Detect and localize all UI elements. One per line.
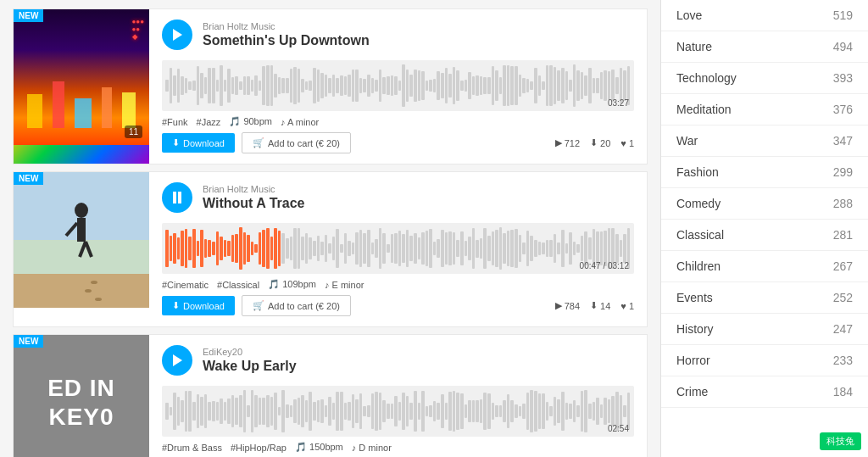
badge-new: NEW	[14, 172, 43, 185]
play-button[interactable]	[162, 20, 192, 50]
track-title: Wake Up Early	[203, 359, 634, 374]
sidebar-item-war[interactable]: War347	[661, 125, 868, 157]
track-meta: Brian Holtz Music Somethin's Up Downtown	[203, 21, 634, 48]
sidebar-item-love[interactable]: Love519	[661, 0, 868, 31]
play-count: ▶ 712	[555, 137, 580, 148]
track-card: NEW	[13, 171, 648, 327]
bottom-row: ⬇ Download 🛒 Add to cart (€ 20) ▶ 712 ⬇ …	[162, 132, 634, 153]
main-content: NEW ●●●●●◆ 11	[0, 0, 660, 457]
track-artist: EdiKey20	[203, 347, 634, 357]
track-tags: #Funk #Jazz 🎵 90bpm ♪ A minor	[162, 116, 634, 127]
waveform-bars	[162, 223, 634, 274]
sidebar-item-technology[interactable]: Technology393	[661, 63, 868, 94]
sidebar-item-fashion[interactable]: Fashion299	[661, 157, 868, 188]
waveform-bars	[162, 386, 634, 437]
download-count: ⬇ 14	[590, 300, 610, 311]
tag-key: ♪ D minor	[352, 443, 392, 453]
like-count: ♥ 1	[620, 301, 634, 311]
track-header: Brian Holtz Music Without A Trace	[162, 182, 634, 213]
track-meta: Brian Holtz Music Without A Trace	[203, 184, 634, 211]
time-label: 00:47 / 03:12	[580, 261, 629, 270]
download-count: ⬇ 20	[590, 137, 610, 148]
svg-rect-12	[173, 192, 176, 203]
tag-funk[interactable]: #Funk	[162, 117, 188, 127]
track-meta: EdiKey20 Wake Up Early	[203, 347, 634, 374]
track-card: NEW ED INKEY0 ● PREMIUM EdiKey20 Wake Up…	[13, 334, 648, 457]
play-button[interactable]	[162, 345, 192, 376]
svg-point-10	[85, 289, 92, 293]
track-stats: ▶ 712 ⬇ 20 ♥ 1	[555, 137, 634, 148]
tag-bpm: 🎵 90bpm	[229, 116, 272, 127]
add-to-cart-button[interactable]: 🛒 Add to cart (€ 20)	[242, 132, 351, 153]
track-info: Brian Holtz Music Somethin's Up Downtown…	[149, 9, 647, 164]
time-label: 03:27	[608, 98, 629, 108]
tag-key: ♪ A minor	[281, 117, 319, 127]
album-art-text: ED INKEY0	[47, 374, 115, 431]
waveform[interactable]: 03:27	[162, 60, 634, 111]
thumb-number: 11	[125, 125, 142, 138]
track-header: Brian Holtz Music Somethin's Up Downtown	[162, 20, 634, 50]
bottom-row: ⬇ Download 🛒 Add to cart (€ 20) ▶ 784 ⬇ …	[162, 295, 634, 316]
sidebar-item-classical[interactable]: Classical281	[661, 220, 868, 251]
tag-bpm: 🎵 109bpm	[268, 279, 316, 290]
sidebar-item-meditation[interactable]: Meditation376	[661, 94, 868, 125]
track-artist: Brian Holtz Music	[203, 21, 634, 31]
pause-button[interactable]	[162, 182, 192, 213]
tag-hiphop[interactable]: #HipHop/Rap	[231, 443, 287, 453]
tag-cinematic[interactable]: #Cinematic	[162, 280, 209, 290]
svg-rect-3	[14, 274, 149, 308]
track-title: Somethin's Up Downtown	[203, 33, 634, 48]
badge-new: NEW	[14, 335, 43, 348]
track-thumbnail: NEW ED INKEY0 ● PREMIUM	[14, 335, 149, 457]
beach-scene	[14, 172, 149, 308]
svg-point-9	[91, 281, 97, 284]
svg-marker-14	[173, 354, 182, 366]
track-artist: Brian Holtz Music	[203, 184, 634, 194]
track-card: NEW ●●●●●◆ 11	[13, 8, 648, 164]
waveform-bars	[162, 60, 634, 111]
track-actions: ⬇ Download 🛒 Add to cart (€ 20)	[162, 295, 351, 316]
tag-jazz[interactable]: #Jazz	[197, 117, 221, 127]
svg-rect-13	[178, 192, 181, 203]
track-thumbnail: NEW ●●●●●◆ 11	[14, 9, 149, 164]
sidebar-item-horror[interactable]: Horror233	[661, 345, 868, 376]
sidebar-item-history[interactable]: History247	[661, 314, 868, 345]
waveform[interactable]: 02:54	[162, 386, 634, 437]
tag-drum[interactable]: #Drum & Bass	[162, 443, 222, 453]
track-info: Brian Holtz Music Without A Trace 00:47 …	[149, 172, 647, 326]
svg-rect-5	[77, 218, 86, 242]
like-count: ♥ 1	[620, 138, 634, 148]
time-label: 02:54	[608, 424, 629, 433]
waveform[interactable]: 00:47 / 03:12	[162, 223, 634, 274]
sidebar: Love519Nature494Technology393Meditation3…	[660, 0, 868, 457]
track-header: EdiKey20 Wake Up Early	[162, 345, 634, 376]
track-actions: ⬇ Download 🛒 Add to cart (€ 20)	[162, 132, 351, 153]
tag-bpm: 🎵 150bpm	[295, 442, 343, 453]
track-stats: ▶ 784 ⬇ 14 ♥ 1	[555, 300, 634, 311]
watermark: 科技兔	[820, 432, 861, 450]
tag-key: ♪ E minor	[325, 280, 364, 290]
track-tags: #Drum & Bass #HipHop/Rap 🎵 150bpm ♪ D mi…	[162, 442, 634, 453]
download-button[interactable]: ⬇ Download	[162, 133, 235, 153]
sidebar-item-crime[interactable]: Crime184	[661, 376, 868, 408]
sidebar-item-comedy[interactable]: Comedy288	[661, 188, 868, 220]
sidebar-item-children[interactable]: Children267	[661, 251, 868, 282]
play-count: ▶ 784	[555, 300, 580, 311]
track-thumbnail: NEW	[14, 172, 149, 326]
badge-new: NEW	[14, 9, 43, 22]
tag-classical[interactable]: #Classical	[217, 280, 259, 290]
track-tags: #Cinematic #Classical 🎵 109bpm ♪ E minor	[162, 279, 634, 290]
svg-marker-0	[173, 29, 182, 41]
sidebar-item-nature[interactable]: Nature494	[661, 31, 868, 63]
download-button[interactable]: ⬇ Download	[162, 296, 235, 315]
svg-point-4	[75, 203, 88, 218]
add-to-cart-button[interactable]: 🛒 Add to cart (€ 20)	[242, 295, 351, 316]
track-info: EdiKey20 Wake Up Early 02:54 #Drum & Bas…	[149, 335, 647, 457]
track-title: Without A Trace	[203, 196, 634, 211]
sidebar-item-events[interactable]: Events252	[661, 282, 868, 314]
svg-point-11	[95, 298, 102, 301]
